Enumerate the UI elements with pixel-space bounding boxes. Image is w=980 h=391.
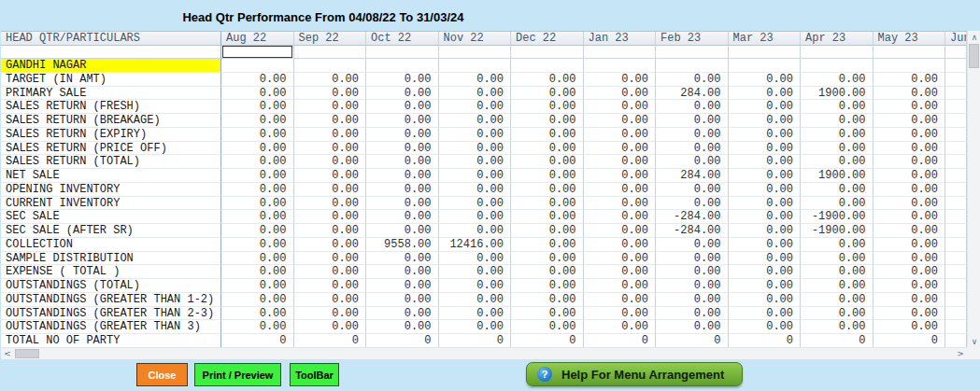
grid-cell[interactable]: 0.00	[584, 100, 657, 114]
grid-cell[interactable]: 0.00	[439, 210, 512, 224]
grid-cell[interactable]: 1900.00	[801, 87, 873, 101]
grid-cell[interactable]: 0.00	[439, 307, 512, 321]
grid-cell[interactable]: 0.00	[294, 238, 367, 252]
grid-cell[interactable]	[366, 59, 439, 73]
grid-cell[interactable]: 0.00	[729, 252, 802, 266]
grid-cell[interactable]: 0.00	[584, 197, 657, 211]
filter-cell[interactable]	[729, 46, 802, 59]
grid-cell[interactable]: 0.00	[729, 73, 802, 87]
grid-cell[interactable]	[945, 100, 967, 114]
row-label-cell[interactable]: OPENING INVENTORY	[1, 183, 221, 197]
grid-cell[interactable]: 0.00	[873, 73, 946, 87]
grid-cell[interactable]	[945, 293, 967, 307]
grid-cell[interactable]: 0.00	[366, 87, 439, 101]
row-label-cell[interactable]: OUTSTANDINGS (TOTAL)	[1, 279, 221, 293]
grid-cell[interactable]: 0.00	[366, 279, 439, 293]
grid-cell[interactable]: 0.00	[584, 265, 657, 279]
grid-cell[interactable]: 0.00	[873, 320, 946, 334]
row-label-cell[interactable]: COLLECTION	[1, 238, 221, 252]
grid-cell[interactable]: -284.00	[656, 224, 729, 238]
grid-cell[interactable]: 0.00	[729, 210, 802, 224]
column-header-month[interactable]: Dec 22	[511, 32, 584, 46]
grid-cell[interactable]: 0.00	[439, 73, 512, 87]
row-label-cell[interactable]: SEC SALE (AFTER SR)	[1, 224, 221, 238]
grid-cell[interactable]: 0.00	[729, 224, 802, 238]
grid-cell[interactable]: 0.00	[801, 197, 873, 211]
grid-cell[interactable]: 0.00	[584, 293, 657, 307]
grid-cell[interactable]: 0.00	[584, 142, 657, 156]
grid-cell[interactable]: 0.00	[294, 320, 367, 334]
grid-cell[interactable]: 0.00	[584, 114, 657, 128]
grid-cell[interactable]: 0.00	[584, 238, 657, 252]
grid-cell[interactable]: 0.00	[221, 265, 294, 279]
grid-cell[interactable]: 0.00	[584, 252, 657, 266]
grid-cell[interactable]: 0.00	[584, 169, 657, 183]
grid-cell[interactable]: 0.00	[729, 320, 802, 334]
grid-cell[interactable]: 0	[656, 334, 729, 347]
column-header-month[interactable]: May 23	[873, 32, 946, 46]
grid-cell[interactable]: 0.00	[511, 169, 584, 183]
grid-cell[interactable]: 0.00	[221, 252, 294, 266]
grid-cell[interactable]: 0.00	[366, 252, 439, 266]
grid-cell[interactable]: 0.00	[439, 128, 512, 142]
grid-cell[interactable]: 0.00	[221, 169, 294, 183]
grid-cell[interactable]: 0.00	[873, 169, 946, 183]
grid-cell[interactable]: 0.00	[221, 87, 294, 101]
grid-cell[interactable]: 0.00	[221, 183, 294, 197]
grid-cell[interactable]: 0	[221, 334, 294, 347]
grid-cell[interactable]: 0.00	[511, 128, 584, 142]
grid-cell[interactable]: 0.00	[294, 114, 367, 128]
grid-cell[interactable]: 0	[366, 334, 439, 347]
grid-cell[interactable]: 0.00	[729, 265, 802, 279]
grid-cell[interactable]: 0.00	[873, 307, 946, 321]
grid-cell[interactable]: 0.00	[294, 87, 367, 101]
grid-cell[interactable]: 0.00	[656, 183, 729, 197]
grid-cell[interactable]: 0	[873, 334, 946, 347]
grid-cell[interactable]: 0.00	[294, 252, 367, 266]
grid-cell[interactable]: 0	[801, 334, 873, 347]
grid-cell[interactable]: 0.00	[584, 87, 657, 101]
grid-cell[interactable]: 0.00	[801, 307, 873, 321]
grid-cell[interactable]: 0.00	[439, 320, 512, 334]
grid-cell[interactable]: 0.00	[873, 265, 946, 279]
grid-cell[interactable]: 0.00	[656, 155, 729, 169]
grid-cell[interactable]: 0.00	[366, 100, 439, 114]
grid-cell[interactable]: 0.00	[221, 320, 294, 334]
grid-cell[interactable]: 0.00	[511, 238, 584, 252]
grid-cell[interactable]: 0.00	[801, 128, 873, 142]
grid-cell[interactable]: 0.00	[729, 238, 802, 252]
grid-cell[interactable]: 0.00	[439, 87, 512, 101]
grid-cell[interactable]	[945, 279, 967, 293]
grid-cell[interactable]: 0.00	[294, 224, 367, 238]
grid-cell[interactable]	[945, 265, 967, 279]
grid-cell[interactable]	[221, 59, 294, 73]
grid-cell[interactable]: 0.00	[439, 265, 512, 279]
row-label-cell[interactable]: OUTSTANDINGS (GREATER THAN 2-3)	[1, 307, 221, 321]
grid-cell[interactable]	[945, 169, 967, 183]
grid-cell[interactable]	[945, 87, 967, 101]
grid-cell[interactable]: 0.00	[801, 73, 873, 87]
grid-cell[interactable]	[945, 307, 967, 321]
grid-cell[interactable]: 0.00	[511, 100, 584, 114]
grid-cell[interactable]: 0.00	[366, 224, 439, 238]
row-label-cell[interactable]: SALES RETURN (EXPIRY)	[1, 128, 221, 142]
grid-cell[interactable]: 0.00	[511, 73, 584, 87]
grid-cell[interactable]: 0.00	[656, 265, 729, 279]
grid-cell[interactable]: 9558.00	[366, 238, 439, 252]
grid-cell[interactable]: 0.00	[656, 100, 729, 114]
grid-cell[interactable]: 0.00	[511, 320, 584, 334]
grid-cell[interactable]: 0.00	[656, 238, 729, 252]
filter-cell[interactable]	[511, 46, 584, 59]
grid-cell[interactable]: 0.00	[511, 293, 584, 307]
grid-cell[interactable]: 0.00	[873, 293, 946, 307]
grid-cell[interactable]: 0.00	[366, 73, 439, 87]
grid-cell[interactable]	[945, 224, 967, 238]
grid-cell[interactable]: 0.00	[221, 128, 294, 142]
grid-cell[interactable]: 0.00	[511, 307, 584, 321]
grid-cell[interactable]: 0.00	[729, 293, 802, 307]
grid-cell[interactable]: 0.00	[656, 197, 729, 211]
grid-cell[interactable]: 0.00	[729, 128, 802, 142]
grid-cell[interactable]: 0.00	[873, 279, 946, 293]
grid-cell[interactable]: 0.00	[439, 197, 512, 211]
grid-cell[interactable]: 0.00	[584, 128, 657, 142]
